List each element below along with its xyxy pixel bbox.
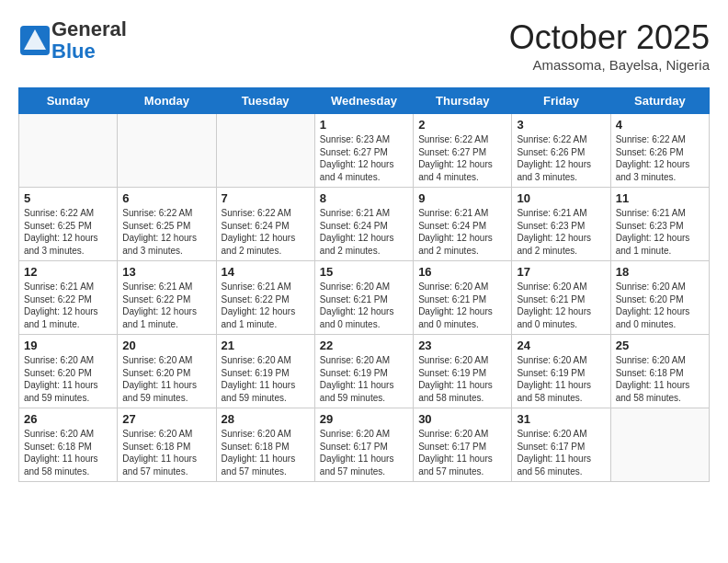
calendar-cell: 20Sunrise: 6:20 AM Sunset: 6:20 PM Dayli…	[118, 335, 216, 408]
day-number: 11	[616, 191, 704, 205]
calendar-cell: 3Sunrise: 6:22 AM Sunset: 6:26 PM Daylig…	[512, 114, 610, 188]
weekday-monday: Monday	[118, 88, 216, 114]
calendar-cell: 11Sunrise: 6:21 AM Sunset: 6:23 PM Dayli…	[610, 188, 709, 261]
day-info: Sunrise: 6:21 AM Sunset: 6:23 PM Dayligh…	[616, 207, 704, 257]
day-number: 21	[222, 339, 310, 352]
day-number: 6	[122, 191, 210, 205]
day-info: Sunrise: 6:20 AM Sunset: 6:18 PM Dayligh…	[24, 428, 112, 477]
day-number: 25	[616, 339, 704, 352]
weekday-thursday: Thursday	[414, 88, 512, 114]
weekday-saturday: Saturday	[610, 88, 709, 114]
day-info: Sunrise: 6:20 AM Sunset: 6:18 PM Dayligh…	[222, 428, 310, 477]
day-info: Sunrise: 6:20 AM Sunset: 6:21 PM Dayligh…	[320, 281, 408, 330]
day-info: Sunrise: 6:22 AM Sunset: 6:24 PM Dayligh…	[222, 207, 310, 257]
day-number: 2	[418, 118, 506, 132]
day-info: Sunrise: 6:21 AM Sunset: 6:22 PM Dayligh…	[222, 281, 310, 330]
day-number: 28	[222, 412, 310, 426]
calendar-cell: 28Sunrise: 6:20 AM Sunset: 6:18 PM Dayli…	[216, 408, 314, 482]
day-info: Sunrise: 6:20 AM Sunset: 6:21 PM Dayligh…	[517, 281, 605, 330]
day-number: 27	[122, 412, 210, 426]
day-info: Sunrise: 6:22 AM Sunset: 6:26 PM Dayligh…	[616, 133, 704, 183]
day-number: 5	[24, 191, 112, 205]
logo-icon	[18, 24, 51, 57]
calendar-cell: 18Sunrise: 6:20 AM Sunset: 6:20 PM Dayli…	[610, 261, 709, 335]
weekday-tuesday: Tuesday	[216, 88, 314, 114]
calendar-cell: 31Sunrise: 6:20 AM Sunset: 6:17 PM Dayli…	[512, 408, 610, 482]
day-info: Sunrise: 6:20 AM Sunset: 6:19 PM Dayligh…	[517, 354, 605, 404]
calendar-cell: 12Sunrise: 6:21 AM Sunset: 6:22 PM Dayli…	[19, 261, 118, 335]
weekday-header-row: SundayMondayTuesdayWednesdayThursdayFrid…	[19, 88, 710, 114]
day-info: Sunrise: 6:22 AM Sunset: 6:26 PM Dayligh…	[517, 133, 605, 183]
week-row-5: 26Sunrise: 6:20 AM Sunset: 6:18 PM Dayli…	[19, 408, 710, 482]
calendar-cell: 6Sunrise: 6:22 AM Sunset: 6:25 PM Daylig…	[118, 188, 216, 261]
weekday-wednesday: Wednesday	[314, 88, 413, 114]
calendar-cell: 21Sunrise: 6:20 AM Sunset: 6:19 PM Dayli…	[216, 335, 314, 408]
calendar-cell: 26Sunrise: 6:20 AM Sunset: 6:18 PM Dayli…	[19, 408, 118, 482]
calendar-cell: 5Sunrise: 6:22 AM Sunset: 6:25 PM Daylig…	[19, 188, 118, 261]
calendar-cell: 7Sunrise: 6:22 AM Sunset: 6:24 PM Daylig…	[216, 188, 314, 261]
day-info: Sunrise: 6:22 AM Sunset: 6:25 PM Dayligh…	[24, 207, 112, 257]
day-number: 7	[222, 191, 310, 205]
day-number: 31	[517, 412, 605, 426]
calendar: SundayMondayTuesdayWednesdayThursdayFrid…	[18, 87, 710, 482]
weekday-friday: Friday	[512, 88, 610, 114]
calendar-cell: 15Sunrise: 6:20 AM Sunset: 6:21 PM Dayli…	[314, 261, 413, 335]
day-info: Sunrise: 6:20 AM Sunset: 6:17 PM Dayligh…	[517, 428, 605, 477]
calendar-cell	[216, 114, 314, 188]
day-info: Sunrise: 6:20 AM Sunset: 6:20 PM Dayligh…	[616, 281, 704, 330]
week-row-2: 5Sunrise: 6:22 AM Sunset: 6:25 PM Daylig…	[19, 188, 710, 261]
day-number: 18	[616, 265, 704, 279]
calendar-cell: 13Sunrise: 6:21 AM Sunset: 6:22 PM Dayli…	[118, 261, 216, 335]
calendar-cell: 23Sunrise: 6:20 AM Sunset: 6:19 PM Dayli…	[414, 335, 512, 408]
day-number: 3	[517, 118, 605, 132]
calendar-cell: 25Sunrise: 6:20 AM Sunset: 6:18 PM Dayli…	[610, 335, 709, 408]
calendar-cell: 30Sunrise: 6:20 AM Sunset: 6:17 PM Dayli…	[414, 408, 512, 482]
location: Amassoma, Bayelsa, Nigeria	[509, 57, 710, 73]
day-info: Sunrise: 6:20 AM Sunset: 6:19 PM Dayligh…	[320, 354, 408, 404]
day-info: Sunrise: 6:20 AM Sunset: 6:17 PM Dayligh…	[320, 428, 408, 477]
day-info: Sunrise: 6:20 AM Sunset: 6:19 PM Dayligh…	[222, 354, 310, 404]
day-info: Sunrise: 6:20 AM Sunset: 6:17 PM Dayligh…	[418, 428, 506, 477]
day-info: Sunrise: 6:21 AM Sunset: 6:22 PM Dayligh…	[24, 281, 112, 330]
logo: General Blue	[18, 18, 127, 63]
day-number: 14	[222, 265, 310, 279]
day-number: 20	[122, 339, 210, 352]
day-number: 9	[418, 191, 506, 205]
day-info: Sunrise: 6:20 AM Sunset: 6:20 PM Dayligh…	[122, 354, 210, 404]
calendar-cell: 16Sunrise: 6:20 AM Sunset: 6:21 PM Dayli…	[414, 261, 512, 335]
day-info: Sunrise: 6:20 AM Sunset: 6:18 PM Dayligh…	[616, 354, 704, 404]
calendar-cell: 1Sunrise: 6:23 AM Sunset: 6:27 PM Daylig…	[314, 114, 413, 188]
day-info: Sunrise: 6:20 AM Sunset: 6:19 PM Dayligh…	[418, 354, 506, 404]
day-info: Sunrise: 6:22 AM Sunset: 6:27 PM Dayligh…	[418, 133, 506, 183]
day-info: Sunrise: 6:20 AM Sunset: 6:20 PM Dayligh…	[24, 354, 112, 404]
day-number: 17	[517, 265, 605, 279]
day-info: Sunrise: 6:21 AM Sunset: 6:24 PM Dayligh…	[418, 207, 506, 257]
day-number: 16	[418, 265, 506, 279]
week-row-4: 19Sunrise: 6:20 AM Sunset: 6:20 PM Dayli…	[19, 335, 710, 408]
day-info: Sunrise: 6:20 AM Sunset: 6:18 PM Dayligh…	[122, 428, 210, 477]
calendar-cell	[19, 114, 118, 188]
day-number: 26	[24, 412, 112, 426]
day-info: Sunrise: 6:20 AM Sunset: 6:21 PM Dayligh…	[418, 281, 506, 330]
calendar-cell: 19Sunrise: 6:20 AM Sunset: 6:20 PM Dayli…	[19, 335, 118, 408]
day-number: 29	[320, 412, 408, 426]
calendar-cell: 29Sunrise: 6:20 AM Sunset: 6:17 PM Dayli…	[314, 408, 413, 482]
day-number: 13	[122, 265, 210, 279]
logo-general: General	[51, 17, 127, 40]
day-info: Sunrise: 6:23 AM Sunset: 6:27 PM Dayligh…	[320, 133, 408, 183]
day-number: 22	[320, 339, 408, 352]
logo-text: General Blue	[51, 18, 127, 63]
calendar-cell	[610, 408, 709, 482]
day-info: Sunrise: 6:22 AM Sunset: 6:25 PM Dayligh…	[122, 207, 210, 257]
calendar-cell: 24Sunrise: 6:20 AM Sunset: 6:19 PM Dayli…	[512, 335, 610, 408]
day-info: Sunrise: 6:21 AM Sunset: 6:22 PM Dayligh…	[122, 281, 210, 330]
calendar-cell: 8Sunrise: 6:21 AM Sunset: 6:24 PM Daylig…	[314, 188, 413, 261]
calendar-cell: 4Sunrise: 6:22 AM Sunset: 6:26 PM Daylig…	[610, 114, 709, 188]
weekday-sunday: Sunday	[19, 88, 118, 114]
day-number: 8	[320, 191, 408, 205]
page-header: General Blue October 2025 Amassoma, Baye…	[18, 18, 710, 73]
calendar-cell: 2Sunrise: 6:22 AM Sunset: 6:27 PM Daylig…	[414, 114, 512, 188]
calendar-cell: 17Sunrise: 6:20 AM Sunset: 6:21 PM Dayli…	[512, 261, 610, 335]
day-info: Sunrise: 6:21 AM Sunset: 6:24 PM Dayligh…	[320, 207, 408, 257]
day-number: 19	[24, 339, 112, 352]
